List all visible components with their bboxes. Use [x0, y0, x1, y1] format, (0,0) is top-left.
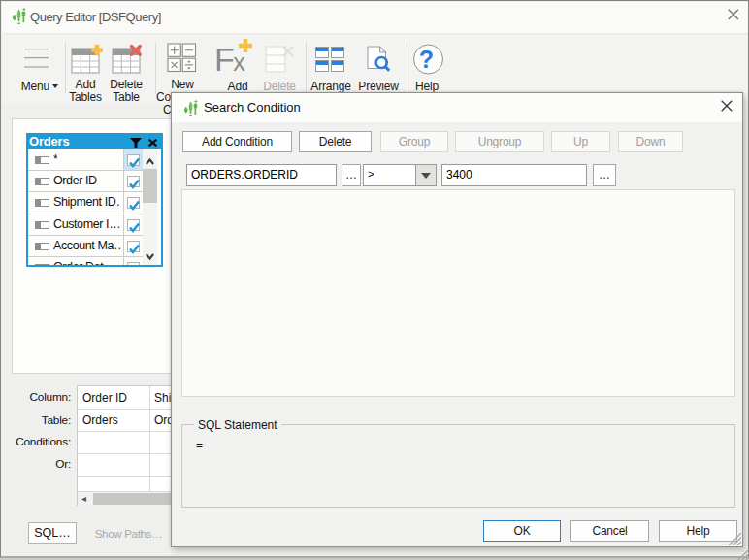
svg-text:?: ?: [419, 46, 434, 73]
